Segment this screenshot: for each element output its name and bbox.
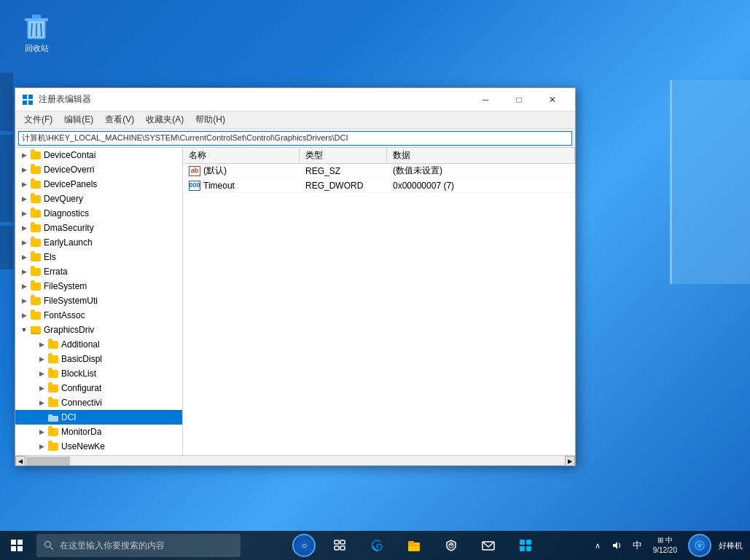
tree-item-blocklist[interactable]: ▶ BlockList	[15, 366, 182, 381]
minimize-button[interactable]: ─	[469, 88, 502, 111]
svg-rect-31	[526, 546, 531, 551]
tree-item-additional[interactable]: ▶ Additional	[15, 337, 182, 352]
tree-toggle: ▶	[18, 237, 30, 248]
svg-rect-18	[335, 540, 339, 544]
tree-toggle: ▶	[18, 251, 30, 263]
explorer-button[interactable]	[401, 532, 427, 559]
tree-toggle: ▶	[36, 426, 47, 438]
folder-icon	[47, 398, 59, 408]
menu-view[interactable]: 查看(V)	[99, 112, 140, 128]
svg-marker-32	[613, 542, 617, 549]
tree-label: GraphicsDriv	[44, 325, 94, 335]
tree-item-devicecontai[interactable]: ▶ DeviceContai	[15, 148, 182, 162]
scroll-right-btn[interactable]: ▶	[565, 456, 575, 466]
maximize-button[interactable]: □	[502, 88, 536, 111]
tray-ime[interactable]: 中	[629, 537, 646, 553]
bottom-scrollbar[interactable]: ◀ ▶	[15, 455, 575, 465]
menu-help[interactable]: 帮助(H)	[190, 112, 231, 128]
tree-item-earlylaunch[interactable]: ▶ EarlyLaunch	[15, 235, 182, 250]
folder-icon	[30, 267, 42, 277]
tree-item-connectivi[interactable]: ▶ Connectivi	[15, 395, 182, 410]
folder-icon-selected	[47, 412, 59, 422]
tree-item-dmasecurity[interactable]: ▶ DmaSecurity	[15, 221, 182, 235]
tree-item-deviceoverri[interactable]: ▶ DeviceOverri	[15, 162, 182, 177]
tree-label: MonitorDa	[61, 427, 101, 437]
svg-rect-29	[526, 540, 531, 545]
tree-item-configurat[interactable]: ▶ Configurat	[15, 381, 182, 395]
desktop: 回收站 注册表编辑器 ─ □ ✕	[0, 0, 750, 560]
svg-rect-6	[23, 95, 27, 99]
store-button[interactable]	[512, 532, 539, 559]
tree-toggle: ▶	[18, 309, 30, 321]
scroll-left-btn[interactable]: ◀	[15, 456, 26, 466]
cell-name-default: ab (默认)	[183, 164, 300, 178]
col-header-name[interactable]: 名称	[183, 148, 300, 163]
edge-button[interactable]	[364, 532, 390, 559]
tree-item-filesystem[interactable]: ▶ FileSystem	[15, 279, 182, 293]
tree-item-usenewke[interactable]: ▶ UseNewKe	[15, 439, 182, 454]
tree-label: DevQuery	[44, 194, 83, 204]
tree-item-devicepanels[interactable]: ▶ DevicePanels	[15, 177, 182, 192]
svg-line-17	[50, 547, 53, 550]
tree-label: Configurat	[61, 383, 101, 393]
values-panel: 名称 类型 数据 ab (默认) REG_SZ (数值未设置) 000	[183, 148, 575, 455]
recycle-bin-image	[22, 11, 51, 40]
tree-item-graphicsdriv[interactable]: ▼ GraphicsDriv	[15, 323, 182, 337]
menu-favorites[interactable]: 收藏夹(A)	[140, 112, 190, 128]
tray-chevron[interactable]: ∧	[591, 540, 604, 552]
svg-rect-13	[17, 540, 23, 545]
cell-data-timeout: 0x00000007 (7)	[387, 178, 575, 192]
tree-item-devquery[interactable]: ▶ DevQuery	[15, 192, 182, 206]
security-button[interactable]	[438, 532, 464, 559]
tree-item-errata[interactable]: ▶ Errata	[15, 264, 182, 279]
folder-icon	[30, 194, 42, 204]
svg-line-5	[41, 23, 42, 36]
folder-icon	[30, 281, 42, 291]
tray-time[interactable]: ⊞ 中 9/12/20	[649, 534, 681, 557]
svg-line-3	[31, 23, 32, 36]
cortana-button[interactable]: ○	[292, 534, 316, 557]
tree-toggle-expanded: ▼	[18, 324, 30, 336]
tree-label: FileSystem	[44, 281, 87, 291]
tree-toggle: ▶	[18, 193, 30, 205]
svg-rect-7	[28, 95, 33, 99]
main-content: ▶ DeviceContai ▶ DeviceOverri ▶ DevicePa…	[15, 148, 575, 455]
tree-toggle: ▶	[18, 295, 30, 307]
svg-rect-14	[11, 546, 16, 551]
tree-toggle: ▶	[36, 339, 47, 350]
start-button[interactable]	[0, 531, 33, 560]
tree-label: Els	[44, 252, 56, 262]
tree-panel[interactable]: ▶ DeviceContai ▶ DeviceOverri ▶ DevicePa…	[15, 148, 183, 455]
regedit-window: 注册表编辑器 ─ □ ✕ 文件(F) 编辑(E) 查看(V) 收藏夹(A) 帮助…	[15, 87, 576, 466]
svg-rect-28	[520, 540, 525, 545]
svg-rect-2	[32, 15, 41, 18]
tree-item-monitorda[interactable]: ▶ MonitorDa	[15, 425, 182, 439]
col-header-data[interactable]: 数据	[387, 148, 575, 163]
tray-volume[interactable]	[608, 539, 625, 552]
cell-name-text: Timeout	[203, 181, 235, 191]
tree-item-els[interactable]: ▶ Els	[15, 250, 182, 264]
tree-item-dci[interactable]: ▶ DCI	[15, 410, 182, 425]
values-row-timeout[interactable]: 000 Timeout REG_DWORD 0x00000007 (7)	[183, 178, 575, 193]
tree-item-fontassoc[interactable]: ▶ FontAssoc	[15, 308, 182, 323]
mail-button[interactable]	[475, 532, 501, 559]
folder-icon	[30, 165, 42, 175]
task-view-button[interactable]	[327, 532, 353, 559]
folder-icon	[30, 150, 42, 160]
col-header-type[interactable]: 类型	[300, 148, 387, 163]
values-row-default[interactable]: ab (默认) REG_SZ (数值未设置)	[183, 164, 575, 178]
recycle-bin-icon[interactable]: 回收站	[15, 11, 58, 54]
menu-file[interactable]: 文件(F)	[18, 112, 58, 128]
tree-item-filesystemuti[interactable]: ▶ FileSystemUti	[15, 293, 182, 308]
scroll-thumb[interactable]	[26, 457, 70, 465]
notification-center[interactable]	[688, 534, 711, 557]
close-button[interactable]: ✕	[536, 88, 569, 111]
taskbar-search[interactable]: 在这里输入你要搜索的内容	[36, 534, 241, 557]
volume-icon	[612, 540, 622, 551]
tree-item-basicdispl[interactable]: ▶ BasicDispl	[15, 352, 182, 366]
address-input[interactable]	[18, 131, 572, 146]
menu-edit[interactable]: 编辑(E)	[58, 112, 99, 128]
folder-icon	[47, 368, 59, 379]
tree-label: DeviceContai	[44, 150, 95, 160]
tree-item-diagnostics[interactable]: ▶ Diagnostics	[15, 206, 182, 221]
